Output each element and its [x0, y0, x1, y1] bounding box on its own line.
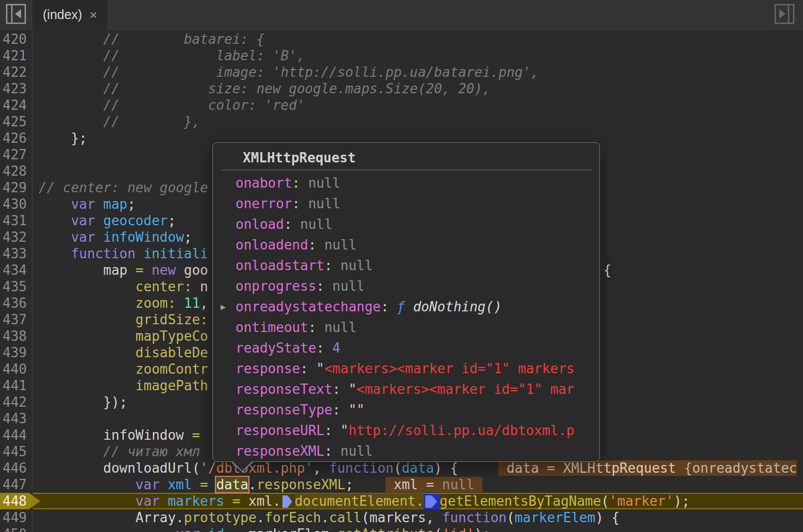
line-number[interactable]: 444: [0, 427, 32, 443]
expand-arrow-icon[interactable]: ▶: [221, 296, 226, 317]
property-value: null: [341, 258, 373, 273]
property-value: doNothing(): [413, 299, 501, 314]
code-token: [39, 361, 136, 377]
sidebar-toggle-button[interactable]: [0, 0, 32, 29]
line-number[interactable]: 421: [0, 47, 32, 64]
line-number[interactable]: 425: [0, 113, 32, 130]
right-panel-toggle-button[interactable]: [770, 0, 799, 29]
property-colon: :: [292, 196, 308, 211]
line-number[interactable]: 438: [0, 328, 32, 344]
popup-separator: [221, 170, 592, 170]
property-row: onabort: null: [213, 173, 599, 193]
line-number[interactable]: 440: [0, 361, 32, 377]
property-row: response: "<markers><marker id="1" marke…: [213, 358, 599, 379]
line-number[interactable]: 442: [0, 394, 32, 410]
code-token: zoomContr: [136, 361, 208, 377]
property-name: onprogress: [236, 278, 316, 294]
continue-to-location-marker-icon[interactable]: [424, 494, 440, 509]
code-token: =: [136, 262, 144, 278]
line-number[interactable]: 445: [0, 443, 32, 460]
line-number[interactable]: 446: [0, 460, 32, 476]
line-number[interactable]: 424: [0, 97, 32, 113]
inline-variable-hint: {onreadystatec: [684, 460, 797, 476]
property-colon: :: [292, 175, 308, 191]
line-number[interactable]: 422: [0, 64, 32, 80]
line-number[interactable]: 426: [0, 130, 32, 146]
code-token: n: [192, 279, 208, 294]
code-line: // color: 'red': [33, 97, 803, 113]
line-number[interactable]: 431: [0, 212, 32, 229]
line-number[interactable]: 437: [0, 311, 32, 328]
code-token: [39, 246, 71, 261]
property-name: onreadystatechange: [236, 299, 381, 314]
code-token: var: [136, 477, 160, 492]
property-row: responseXML: null: [213, 441, 599, 461]
line-number[interactable]: 443: [0, 410, 32, 427]
code-token: var: [71, 196, 95, 212]
property-name: response: [236, 361, 300, 376]
code-token: infoWindow: [103, 229, 184, 245]
line-number[interactable]: 433: [0, 245, 32, 262]
code-token: [39, 526, 176, 532]
code-token: [192, 477, 200, 492]
property-colon: :: [324, 423, 340, 438]
line-number[interactable]: 432: [0, 229, 32, 245]
code-line: downloadUrl('/dbtoxml.php', function(dat…: [33, 460, 803, 476]
code-token: '/dbtoxml.php': [200, 460, 313, 476]
property-value: null: [300, 217, 332, 232]
code-token: [160, 477, 168, 492]
code-token: [39, 295, 136, 311]
code-token: call: [329, 510, 362, 525]
line-number[interactable]: 450: [0, 526, 32, 532]
popup-caret-fill: [232, 461, 253, 471]
line-number[interactable]: 441: [0, 377, 32, 394]
line-number[interactable]: 420: [0, 31, 32, 47]
line-number[interactable]: 447: [0, 476, 32, 493]
line-number[interactable]: 436: [0, 295, 32, 311]
line-number[interactable]: 428: [0, 163, 32, 179]
code-token: (: [394, 460, 402, 476]
code-token: );: [474, 526, 490, 532]
code-line: // image: 'http://solli.pp.ua/batarei.pn…: [33, 64, 803, 80]
property-value: <markers><marker id="1" mar: [357, 381, 575, 397]
code-token: [39, 493, 136, 509]
line-number[interactable]: 449: [0, 509, 32, 526]
code-token: map: [103, 196, 127, 212]
tab-close-icon[interactable]: ×: [89, 8, 97, 22]
code-line: // batarei: {: [33, 31, 803, 47]
line-number[interactable]: 434: [0, 262, 32, 278]
property-row: onloadstart: null: [213, 255, 599, 276]
editor-tab-bar: (index) ×: [0, 0, 803, 29]
property-row: responseText: "<markers><marker id="1" m…: [213, 379, 599, 400]
code-token: [224, 493, 232, 509]
continue-to-location-marker-icon[interactable]: [281, 494, 295, 509]
code-token: [224, 526, 232, 532]
line-number[interactable]: 423: [0, 80, 32, 97]
code-token: markerElem.: [240, 526, 337, 532]
file-tab[interactable]: (index) ×: [32, 0, 108, 29]
code-token: prototype: [184, 510, 257, 525]
property-row: onerror: null: [213, 193, 599, 214]
code-token: function: [442, 510, 507, 525]
code-token: gridSize:: [136, 312, 208, 327]
code-token: 'marker': [609, 493, 674, 509]
line-number[interactable]: 435: [0, 278, 32, 295]
inline-variable-hint: data = XMLHttpRequest: [498, 460, 684, 476]
property-name: responseType: [236, 402, 332, 418]
right-panel-toggle-icon: [774, 4, 795, 26]
code-token: [39, 328, 136, 344]
code-token: var: [136, 493, 160, 509]
line-number[interactable]: 430: [0, 196, 32, 212]
code-token: // size: new google.maps.Size(20, 20),: [39, 81, 491, 96]
line-number[interactable]: 427: [0, 146, 32, 163]
property-value: "": [348, 402, 364, 418]
property-value: null: [308, 175, 341, 191]
hovered-variable[interactable]: data: [216, 477, 248, 492]
line-number[interactable]: 439: [0, 344, 32, 361]
code-token: [39, 213, 71, 228]
code-token: .: [248, 477, 257, 492]
code-line: var xml = data.responseXML; xml = null: [33, 476, 803, 493]
code-token: // label: 'B',: [39, 48, 305, 63]
code-token: id: [208, 526, 224, 532]
line-number[interactable]: 429: [0, 179, 32, 196]
